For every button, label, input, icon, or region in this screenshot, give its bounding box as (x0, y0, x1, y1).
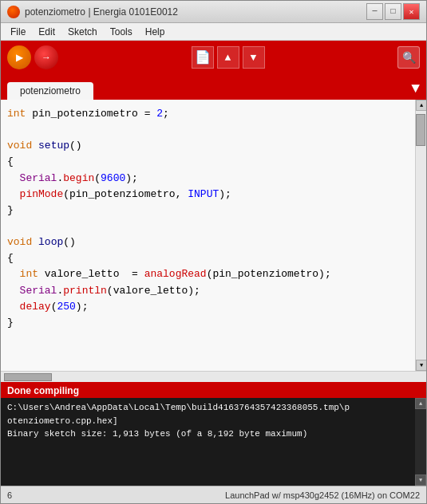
board-info: LaunchPad w/ msp430g2452 (16MHz) on COM2… (31, 490, 420, 500)
tab-dropdown-arrow[interactable]: ▼ (411, 81, 420, 100)
close-button[interactable]: ✕ (403, 3, 420, 20)
status-bar: 6 LaunchPad w/ msp430g2452 (16MHz) on CO… (1, 486, 426, 503)
output-panel: Done compiling C:\Users\Andrea\AppData\L… (1, 382, 426, 486)
main-area: int pin_potenziometro = 2; void setup() … (1, 100, 426, 503)
output-vscrollbar[interactable]: ▲ ▼ (415, 398, 426, 486)
main-window: potenziometro | Energia 0101E0012 ─ □ ✕ … (0, 0, 427, 504)
menu-file[interactable]: File (4, 25, 32, 39)
code-content: int pin_potenziometro = 2; void setup() … (1, 103, 415, 334)
output-line1: C:\Users\Andrea\AppData\Local\Temp\build… (7, 403, 350, 412)
menu-bar: File Edit Sketch Tools Help (1, 23, 426, 41)
editor-vscrollbar[interactable]: ▲ ▼ (415, 100, 426, 371)
menu-edit[interactable]: Edit (32, 25, 61, 39)
menu-tools[interactable]: Tools (104, 25, 139, 39)
output-line2: otenziometro.cpp.hex] (7, 416, 118, 426)
title-bar: potenziometro | Energia 0101E0012 ─ □ ✕ (1, 1, 426, 23)
editor-container: int pin_potenziometro = 2; void setup() … (1, 100, 426, 371)
output-scroll-down[interactable]: ▼ (415, 474, 426, 486)
scroll-thumb[interactable] (416, 114, 425, 146)
window-controls: ─ □ ✕ (366, 3, 420, 20)
verify-button[interactable]: ▶ (7, 45, 31, 69)
new-button[interactable]: 📄 (192, 46, 214, 69)
output-status: Done compiling (1, 384, 426, 398)
output-text: C:\Users\Andrea\AppData\Local\Temp\build… (1, 398, 415, 486)
tab-bar: potenziometro ▼ (1, 74, 426, 100)
search-button[interactable]: 🔍 (397, 46, 420, 69)
scroll-track[interactable] (416, 111, 426, 360)
code-editor[interactable]: int pin_potenziometro = 2; void setup() … (1, 100, 415, 371)
scroll-up-btn[interactable]: ▲ (416, 100, 426, 111)
save-button[interactable]: ▼ (243, 46, 265, 69)
line-number: 6 (7, 490, 31, 500)
output-scroll-up[interactable]: ▲ (415, 398, 426, 409)
hscroll-thumb[interactable] (4, 373, 52, 381)
tab-potenziometro[interactable]: potenziometro (7, 82, 93, 100)
scroll-down-btn[interactable]: ▼ (416, 360, 426, 371)
minimize-button[interactable]: ─ (366, 3, 383, 20)
app-icon (7, 6, 20, 18)
output-line3: Binary sketch size: 1,913 bytes (of a 8,… (7, 429, 307, 439)
upload-button[interactable]: → (34, 45, 58, 69)
menu-sketch[interactable]: Sketch (61, 25, 104, 39)
editor-hscrollbar[interactable] (1, 371, 426, 382)
output-scroll-container: C:\Users\Andrea\AppData\Local\Temp\build… (1, 398, 426, 486)
menu-help[interactable]: Help (139, 25, 172, 39)
window-title: potenziometro | Energia 0101E0012 (25, 6, 366, 18)
maximize-button[interactable]: □ (385, 3, 401, 20)
open-button[interactable]: ▲ (217, 46, 239, 69)
toolbar: ▶ → 📄 ▲ ▼ 🔍 (1, 41, 426, 74)
output-scroll-track[interactable] (415, 409, 426, 474)
